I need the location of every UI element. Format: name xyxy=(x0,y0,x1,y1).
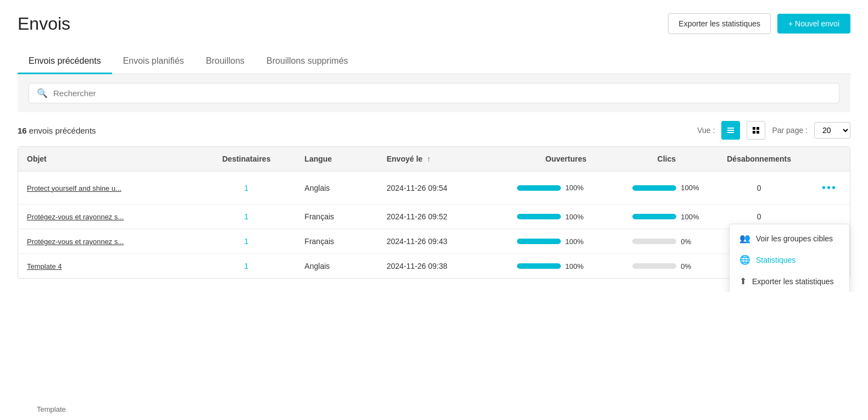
dest-count: 1 xyxy=(244,212,249,221)
envoi-link[interactable]: Template 4 xyxy=(27,262,62,270)
cell-envoye: 2024-11-26 09:43 xyxy=(378,229,508,254)
ouvertures-progress: 100% xyxy=(517,184,615,192)
envoi-link[interactable]: Protégez-vous et rayonnez s... xyxy=(27,213,124,221)
table-row: Protect yourself and shine u... 1 Anglai… xyxy=(18,172,850,205)
table-controls: 16 envois précédents Vue : Par xyxy=(18,112,850,146)
svg-rect-3 xyxy=(753,127,755,130)
list-view-button[interactable] xyxy=(721,121,740,140)
clics-progress: 0% xyxy=(632,237,700,246)
col-header-desabonnements: Désabonnements xyxy=(709,147,809,172)
ouvertures-bar xyxy=(517,185,561,191)
cell-ouvertures: 100% xyxy=(508,172,624,205)
ouvertures-label: 100% xyxy=(565,262,585,270)
result-number: 16 xyxy=(18,126,27,135)
tab-envois-planifies[interactable]: Envois planifiés xyxy=(112,49,195,74)
table-row: Template 4 1 Anglais 2024-11-26 09:38 10… xyxy=(18,254,850,279)
cell-clics: 0% xyxy=(624,254,709,279)
envois-table: Objet Destinataires Langue Envoyé le ↑ O… xyxy=(18,146,850,279)
cell-actions: ••• xyxy=(809,172,850,205)
col-header-destinataires: Destinataires xyxy=(197,147,296,172)
per-page-label: Par page : xyxy=(772,126,808,135)
list-icon xyxy=(726,126,735,135)
ouvertures-label: 100% xyxy=(565,237,585,246)
ouvertures-bar xyxy=(517,214,561,219)
dropdown-item-statistiques[interactable]: 🌐 Statistiques xyxy=(730,249,849,270)
ouvertures-bar xyxy=(517,239,561,244)
page-title: Envois xyxy=(18,14,70,34)
ouvertures-label: 100% xyxy=(565,213,585,221)
export-stats-button[interactable]: Exporter les statistiques xyxy=(668,13,771,34)
search-icon: 🔍 xyxy=(37,88,48,98)
cell-objet: Protect yourself and shine u... xyxy=(18,172,197,205)
cell-destinataires: 1 xyxy=(197,172,296,205)
context-dropdown-menu: 👥 Voir les groupes cibles 🌐 Statistiques… xyxy=(729,224,850,292)
clics-label: 0% xyxy=(681,237,700,246)
cell-langue: Français xyxy=(296,205,377,229)
col-header-objet: Objet xyxy=(18,147,197,172)
search-wrapper: 🔍 xyxy=(29,83,839,103)
table-header-row: Objet Destinataires Langue Envoyé le ↑ O… xyxy=(18,147,850,172)
dropdown-label-exporter: Exporter les statistiques xyxy=(752,277,834,286)
row-actions-button[interactable]: ••• xyxy=(817,179,841,196)
col-header-langue: Langue xyxy=(296,147,377,172)
result-label: envois précédents xyxy=(29,126,96,135)
col-header-clics: Clics xyxy=(624,147,709,172)
cell-langue: Anglais xyxy=(296,254,377,279)
cell-envoye: 2024-11-26 09:52 xyxy=(378,205,508,229)
per-page-select[interactable]: 20 50 100 xyxy=(814,122,850,139)
table-row: Protégez-vous et rayonnez s... 1 Françai… xyxy=(18,205,850,229)
statistiques-icon: 🌐 xyxy=(739,255,750,265)
sort-arrow-icon: ↑ xyxy=(427,154,431,163)
clics-bar xyxy=(632,263,676,269)
clics-label: 100% xyxy=(681,184,700,192)
tab-brouillons-supprimes[interactable]: Brouillons supprimés xyxy=(255,49,359,74)
clics-fill xyxy=(632,185,676,191)
col-header-envoye[interactable]: Envoyé le ↑ xyxy=(378,147,508,172)
ouvertures-fill xyxy=(517,239,561,244)
grid-view-button[interactable] xyxy=(747,121,765,140)
grid-icon xyxy=(752,126,760,135)
page-header: Envois Exporter les statistiques + Nouve… xyxy=(18,13,850,34)
svg-rect-6 xyxy=(756,131,759,134)
clics-bar xyxy=(632,239,676,244)
search-input[interactable] xyxy=(53,89,831,98)
dest-count: 1 xyxy=(244,184,249,192)
clics-progress: 100% xyxy=(632,184,700,192)
svg-rect-5 xyxy=(753,131,755,134)
cell-destinataires: 1 xyxy=(197,205,296,229)
svg-rect-1 xyxy=(727,130,734,131)
ouvertures-progress: 100% xyxy=(517,262,615,270)
ouvertures-fill xyxy=(517,185,561,191)
tab-envois-precedents[interactable]: Envois précédents xyxy=(18,49,112,74)
cell-destinataires: 1 xyxy=(197,229,296,254)
col-header-ouvertures: Ouvertures xyxy=(508,147,624,172)
envoi-link[interactable]: Protégez-vous et rayonnez s... xyxy=(27,237,124,246)
ouvertures-progress: 100% xyxy=(517,213,615,221)
cell-ouvertures: 100% xyxy=(508,254,624,279)
clics-progress: 0% xyxy=(632,262,700,270)
clics-label: 0% xyxy=(681,262,700,270)
cell-clics: 0% xyxy=(624,229,709,254)
view-controls: Vue : Par page : 20 50 xyxy=(697,121,850,140)
dropdown-item-exporter[interactable]: ⬆ Exporter les statistiques xyxy=(730,270,849,292)
ouvertures-label: 100% xyxy=(565,184,585,192)
tabs: Envois précédents Envois planifiés Broui… xyxy=(18,49,850,74)
clics-label: 100% xyxy=(681,213,700,221)
svg-rect-2 xyxy=(727,132,734,133)
result-count: 16 envois précédents xyxy=(18,126,96,135)
tab-brouillons[interactable]: Brouillons xyxy=(195,49,255,74)
new-envoi-button[interactable]: + Nouvel envoi xyxy=(777,14,850,34)
exporter-icon: ⬆ xyxy=(739,276,747,286)
cell-objet: Protégez-vous et rayonnez s... xyxy=(18,229,197,254)
cell-envoye: 2024-11-26 09:38 xyxy=(378,254,508,279)
dropdown-item-voir-groupes[interactable]: 👥 Voir les groupes cibles xyxy=(730,228,849,249)
dest-count: 1 xyxy=(244,262,249,270)
voir-groupes-icon: 👥 xyxy=(739,233,750,244)
envoi-link[interactable]: Protect yourself and shine u... xyxy=(27,184,121,192)
ouvertures-fill xyxy=(517,263,561,269)
cell-clics: 100% xyxy=(624,205,709,229)
dropdown-label-voir-groupes: Voir les groupes cibles xyxy=(756,234,833,243)
clics-progress: 100% xyxy=(632,213,700,221)
clics-bar xyxy=(632,214,676,219)
cell-langue: Anglais xyxy=(296,172,377,205)
